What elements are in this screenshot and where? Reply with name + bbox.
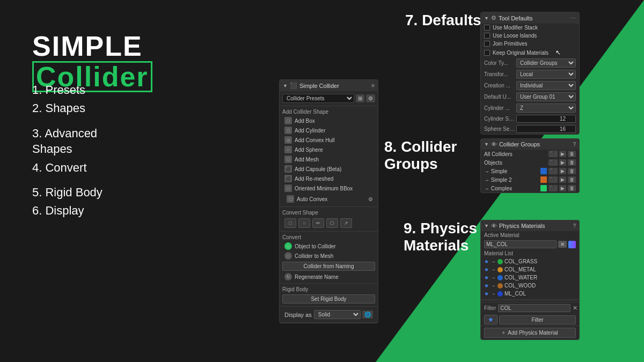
display-select[interactable]: Solid bbox=[314, 310, 361, 319]
use-modifier-stack-checkbox[interactable] bbox=[484, 25, 490, 31]
add-sphere-btn[interactable]: ○ Add Sphere bbox=[282, 145, 375, 154]
mat-grass-name: COL_GRASS bbox=[504, 258, 537, 264]
mat-metal-star-icon[interactable]: ★ bbox=[484, 267, 489, 272]
section-label-defaults: 7. Defaults bbox=[405, 12, 481, 29]
cylinder-segments-input[interactable] bbox=[516, 115, 576, 123]
presets-section: Collider Presets ⊞ ⚙ bbox=[280, 91, 378, 106]
group-complex-btn1[interactable]: ⬛ bbox=[548, 185, 558, 191]
all-colliders-btn2[interactable]: ▶ bbox=[559, 151, 566, 157]
active-material-clear-btn[interactable]: ✕ bbox=[558, 241, 567, 248]
add-convex-hull-btn[interactable]: ◎ Add Convex Hull bbox=[282, 135, 375, 145]
nav-item-advanced[interactable]: 3. AdvancedShapes bbox=[32, 126, 103, 157]
group-simple2-btn1[interactable]: ⬛ bbox=[548, 176, 558, 183]
use-loose-islands-checkbox[interactable] bbox=[484, 33, 490, 39]
panel-groups-title: Collider Groups bbox=[499, 141, 540, 147]
nav-item-display[interactable]: 6. Display bbox=[32, 204, 103, 218]
group-simple-btn1[interactable]: ⬛ bbox=[548, 168, 558, 174]
presets-select[interactable]: Collider Presets bbox=[282, 94, 354, 103]
add-obb-btn[interactable]: □ Oriented Minimum BBox bbox=[282, 183, 375, 193]
nav-item-shapes[interactable]: 2. Shapes bbox=[32, 101, 103, 115]
add-remeshed-btn[interactable]: ⬛ Add Re-meshed bbox=[282, 174, 375, 183]
panel-physics-header: ▼ 👁 Physics Materials ? bbox=[481, 220, 579, 231]
filter-input[interactable] bbox=[498, 304, 570, 312]
keep-original-materials-label: Keep Original Materials bbox=[493, 50, 548, 56]
group-complex-row: → Complex ⬛ ▶ 🗑 bbox=[481, 184, 579, 193]
group-simple-btn3[interactable]: 🗑 bbox=[568, 168, 576, 174]
add-shape-section: Add Collider Shape □ Add Box ⬡ Add Cylin… bbox=[280, 106, 378, 207]
defaults-menu-icon[interactable]: ⋯ bbox=[570, 15, 576, 21]
auto-convex-btn[interactable]: ⬡ Auto Convex bbox=[284, 194, 368, 204]
presets-settings-btn[interactable]: ⚙ bbox=[366, 94, 375, 102]
keep-original-materials-checkbox[interactable] bbox=[484, 50, 490, 56]
sphere-segments-label: Sphere Segments bbox=[484, 126, 516, 132]
add-mesh-btn[interactable]: ⬡ Add Mesh bbox=[282, 154, 375, 164]
add-capsule-btn[interactable]: ⬛ Add Capsule (Beta) bbox=[282, 164, 375, 174]
color-type-select[interactable]: Collider Groups bbox=[516, 58, 576, 68]
group-simple-btn2[interactable]: ▶ bbox=[559, 168, 566, 174]
auto-convex-label: Auto Convex bbox=[297, 196, 327, 202]
mat-ml-col-row: ★ → ML_COL bbox=[481, 290, 579, 298]
filter-clear-btn[interactable]: ✕ bbox=[573, 305, 577, 312]
group-complex-label: → Complex bbox=[484, 186, 540, 191]
group-simple2-label: → Simple 2 bbox=[484, 177, 540, 183]
collider-to-mesh-btn[interactable]: □ Collider to Mesh bbox=[282, 251, 375, 261]
group-simple2-color bbox=[540, 176, 547, 183]
convert-icons-row: □ ○ ✏ ⬡ ↗ bbox=[282, 217, 375, 230]
display-globe-btn[interactable]: 🌐 bbox=[362, 311, 373, 319]
group-complex-btn3[interactable]: 🗑 bbox=[568, 185, 576, 191]
group-simple2-btn3[interactable]: 🗑 bbox=[568, 176, 576, 183]
join-primitives-checkbox[interactable] bbox=[484, 41, 490, 47]
transform-select[interactable]: Local bbox=[516, 70, 576, 79]
active-material-input[interactable] bbox=[484, 240, 557, 248]
group-simple2-btn2[interactable]: ▶ bbox=[559, 176, 566, 183]
mat-mlcol-star-icon[interactable]: ★ bbox=[484, 291, 489, 297]
autoconvex-gear-icon[interactable]: ⚙ bbox=[368, 196, 373, 202]
physics-help-icon[interactable]: ? bbox=[573, 223, 576, 229]
collider-from-naming-btn[interactable]: Collider from Naming bbox=[282, 262, 375, 271]
add-physics-material-btn[interactable]: + Add Physics Material bbox=[484, 328, 576, 338]
filter-name-btn[interactable]: Filter bbox=[499, 315, 576, 324]
all-colliders-btn3[interactable]: 🗑 bbox=[568, 151, 576, 157]
creation-select[interactable]: Individual bbox=[516, 81, 576, 90]
add-cylinder-btn[interactable]: ⬡ Add Cylinder bbox=[282, 125, 375, 135]
default-user-row: Default U... User Group 01 bbox=[481, 91, 579, 102]
regenerate-name-btn[interactable]: ↻ Regenerate Name bbox=[282, 272, 375, 282]
object-to-collider-btn[interactable]: ◎ Object to Collider bbox=[282, 241, 375, 251]
objects-btn1[interactable]: ⬛ bbox=[548, 159, 558, 166]
mat-grass-star-icon[interactable]: ★ bbox=[484, 258, 489, 264]
panel-main-header: ▼ ⬛ Simple Collider ≡ bbox=[280, 80, 378, 91]
section-label-physics: 9. PhysicsMaterials bbox=[404, 220, 477, 254]
nav-item-convert[interactable]: 4. Convert bbox=[32, 161, 103, 175]
set-rigid-body-btn[interactable]: Set Rigid Body bbox=[282, 294, 375, 304]
groups-help-icon[interactable]: ? bbox=[573, 142, 576, 147]
sphere-segments-input[interactable] bbox=[516, 125, 576, 133]
nav-item-rigid[interactable]: 5. Rigid Body bbox=[32, 186, 103, 200]
physics-eye-icon[interactable]: 👁 bbox=[491, 223, 497, 229]
object-to-collider-label: Object to Collider bbox=[295, 243, 336, 249]
panel-collider-groups: ▼ 👁 Collider Groups ? All Colliders ⬛ ▶ … bbox=[480, 138, 580, 193]
objects-btn2[interactable]: ▶ bbox=[559, 159, 566, 166]
objects-btn3[interactable]: 🗑 bbox=[568, 159, 576, 166]
filter-star-btn[interactable]: ★ bbox=[484, 315, 497, 324]
mat-water-star-icon[interactable]: ★ bbox=[484, 275, 489, 280]
presets-save-btn[interactable]: ⊞ bbox=[356, 94, 364, 102]
default-user-select[interactable]: User Group 01 bbox=[516, 92, 576, 101]
cylinder-axis-select[interactable]: Z bbox=[516, 104, 576, 113]
mat-col-water-row: ★ → COL_WATER bbox=[481, 274, 579, 282]
all-colliders-btn1[interactable]: ⬛ bbox=[548, 151, 558, 157]
collider-to-mesh-icon: □ bbox=[284, 252, 292, 260]
nav-item-presets[interactable]: 1. Presets bbox=[32, 83, 103, 97]
convert-shape-title: Convert Shape bbox=[282, 209, 375, 217]
panel-menu-icon[interactable]: ≡ bbox=[371, 83, 375, 88]
add-box-btn[interactable]: □ Add Box bbox=[282, 116, 375, 125]
collider-icon: ⬛ bbox=[290, 82, 297, 89]
resize-handle[interactable] bbox=[481, 299, 579, 301]
group-simple-row: → Simple ⬛ ▶ 🗑 bbox=[481, 167, 579, 175]
rigid-body-section: Rigid Body Set Rigid Body bbox=[280, 284, 378, 307]
active-material-input-row: ✕ bbox=[481, 239, 579, 249]
group-complex-btn2[interactable]: ▶ bbox=[559, 185, 566, 191]
color-type-row: Color Ty... Collider Groups bbox=[481, 57, 579, 69]
mat-wood-star-icon[interactable]: ★ bbox=[484, 283, 489, 289]
autoconvex-icon: ⬡ bbox=[287, 195, 294, 203]
groups-eye-icon[interactable]: 👁 bbox=[491, 141, 497, 147]
